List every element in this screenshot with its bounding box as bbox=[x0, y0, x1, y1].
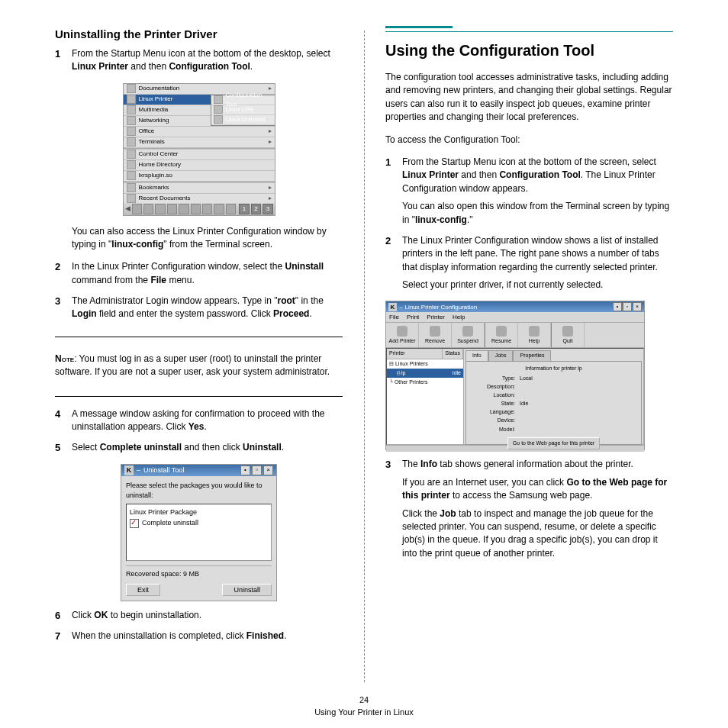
figure-uninstall-tool: K–Uninstall Tool•▫× Please select the pa… bbox=[121, 464, 277, 601]
r-step-num-3: 3 bbox=[385, 458, 402, 565]
step-num-1: 1 bbox=[55, 47, 72, 79]
suspend-button[interactable]: Suspend bbox=[452, 323, 485, 347]
step-num-2: 2 bbox=[55, 260, 72, 292]
step-num-5: 5 bbox=[55, 441, 72, 459]
r-step2b-text: Select your printer driver, if not curre… bbox=[402, 279, 673, 292]
menu-printer[interactable]: Printer bbox=[427, 313, 445, 322]
r-step1-text: From the Startup Menu icon at the bottom… bbox=[402, 156, 673, 195]
step-num-7: 7 bbox=[55, 630, 72, 647]
note-text: Note: You must log in as a super user (r… bbox=[55, 353, 343, 379]
figure-config-window: K–Linux Printer Configuration•▫× File Pr… bbox=[385, 301, 645, 450]
tab-info[interactable]: Info bbox=[465, 350, 488, 360]
resume-button[interactable]: Resume bbox=[485, 323, 518, 347]
r-step3-text: The Info tab shows general information a… bbox=[402, 458, 673, 471]
heading-uninstalling: Uninstalling the Printer Driver bbox=[55, 26, 343, 43]
page-footer: Using Your Printer in Linux bbox=[0, 707, 728, 719]
uninstall-button[interactable]: Uninstall bbox=[222, 584, 272, 596]
r-step1-text2: You can also open this window from the T… bbox=[402, 200, 673, 227]
step7-text: When the uninstallation is completed, cl… bbox=[72, 630, 343, 643]
tab-properties[interactable]: Properties bbox=[513, 350, 551, 360]
page-number: 24 bbox=[0, 694, 728, 707]
step-num-6: 6 bbox=[55, 609, 72, 627]
step1-text: From the Startup Menu icon at the bottom… bbox=[72, 47, 343, 74]
step1-note: You can also access the Linux Printer Co… bbox=[72, 225, 343, 252]
step-num-3: 3 bbox=[55, 295, 72, 326]
r-step2-text: The Linux Printer Configuration window s… bbox=[402, 234, 673, 274]
quit-button[interactable]: Quit bbox=[552, 323, 585, 347]
step3-text: The Administrator Login window appears. … bbox=[72, 295, 343, 321]
step2-text: In the Linux Printer Configuration windo… bbox=[72, 260, 343, 287]
access-text: To access the Configuration Tool: bbox=[385, 134, 673, 147]
tab-jobs[interactable]: Jobs bbox=[488, 350, 514, 360]
step-num-4: 4 bbox=[55, 407, 72, 439]
heading-config-tool: Using the Configuration Tool bbox=[385, 40, 673, 62]
menu-help[interactable]: Help bbox=[453, 313, 465, 322]
r-step3-text2: If you are an Internet user, you can cli… bbox=[402, 476, 673, 503]
menu-file[interactable]: File bbox=[389, 313, 399, 322]
step4-text: A message window asking for confirmation… bbox=[72, 407, 343, 434]
r-step3-text3: Click the Job tab to inspect and manage … bbox=[402, 507, 673, 561]
web-page-button[interactable]: Go to the Web page for this printer bbox=[507, 437, 600, 449]
exit-button[interactable]: Exit bbox=[126, 584, 160, 596]
figure-start-menu: Documentation▸ Linux Printer▸ Configurat… bbox=[123, 83, 275, 216]
intro-text: The configuration tool accesses administ… bbox=[385, 71, 673, 124]
step5-text: Select Complete uninstall and then click… bbox=[72, 441, 343, 454]
r-step-num-2: 2 bbox=[385, 234, 402, 297]
remove-button[interactable]: Remove bbox=[419, 323, 452, 347]
help-button[interactable]: Help bbox=[518, 323, 551, 347]
step6-text: Click OK to begin uninstallation. bbox=[72, 609, 343, 622]
r-step-num-1: 1 bbox=[385, 156, 402, 231]
add-printer-button[interactable]: Add Printer bbox=[386, 323, 419, 347]
menu-print[interactable]: Print bbox=[407, 313, 419, 322]
